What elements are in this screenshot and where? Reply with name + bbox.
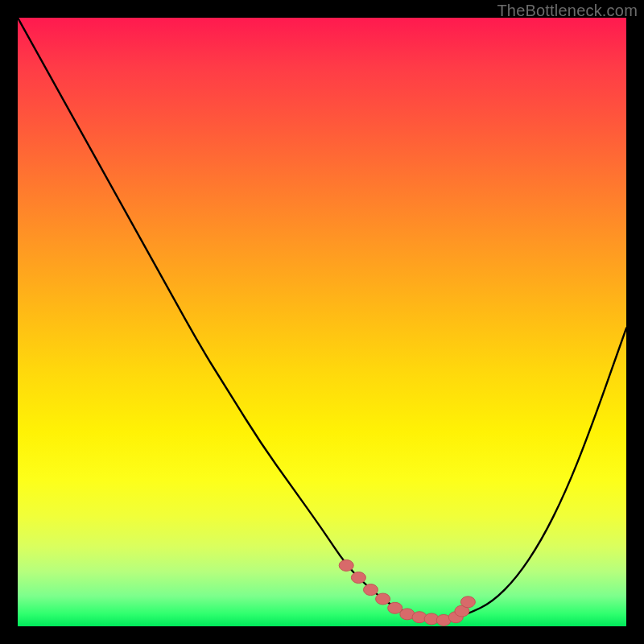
chart-svg (18, 18, 626, 626)
highlight-dot (339, 559, 353, 571)
highlight-dot (364, 584, 378, 596)
highlight-dot (460, 597, 475, 608)
chart-frame: TheBottleneck.com (0, 0, 644, 644)
plot-area (18, 18, 626, 626)
bottleneck-curve-path (18, 18, 626, 619)
highlight-dot (351, 572, 365, 584)
watermark-text: TheBottleneck.com (497, 2, 638, 20)
highlight-dot (376, 593, 390, 605)
highlight-dots (339, 559, 475, 625)
